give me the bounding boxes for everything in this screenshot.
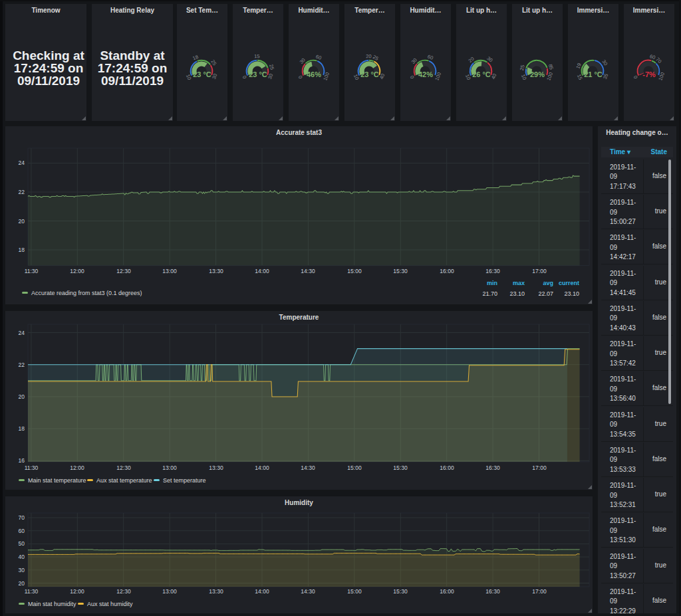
svg-text:29%: 29% bbox=[530, 70, 545, 78]
svg-text:23 °C: 23 °C bbox=[360, 70, 379, 78]
svg-text:25: 25 bbox=[519, 64, 526, 71]
svg-text:42%: 42% bbox=[418, 70, 433, 78]
svg-text:40: 40 bbox=[378, 72, 386, 80]
svg-text:35: 35 bbox=[602, 72, 609, 80]
svg-text:20: 20 bbox=[366, 53, 372, 59]
svg-text:10: 10 bbox=[464, 73, 472, 80]
svg-text:0: 0 bbox=[297, 74, 304, 80]
svg-text:23 °C: 23 °C bbox=[249, 70, 267, 78]
svg-text:10: 10 bbox=[352, 73, 360, 80]
svg-text:10: 10 bbox=[185, 73, 193, 80]
svg-text:85: 85 bbox=[547, 63, 555, 70]
svg-text:60: 60 bbox=[427, 54, 434, 61]
svg-text:46%: 46% bbox=[307, 70, 321, 78]
svg-text:30: 30 bbox=[267, 72, 274, 80]
svg-text:25: 25 bbox=[268, 64, 275, 71]
svg-text:30: 30 bbox=[299, 57, 307, 65]
svg-text:0: 0 bbox=[409, 74, 416, 80]
svg-text:30: 30 bbox=[211, 72, 218, 80]
svg-text:15: 15 bbox=[254, 53, 260, 59]
svg-text:60: 60 bbox=[315, 54, 323, 61]
svg-text:0: 0 bbox=[241, 74, 248, 80]
svg-text:40: 40 bbox=[490, 72, 497, 80]
svg-text:26 °C: 26 °C bbox=[472, 70, 491, 78]
svg-text:-7%: -7% bbox=[642, 70, 656, 78]
svg-text:30: 30 bbox=[410, 57, 418, 65]
svg-text:0: 0 bbox=[632, 74, 639, 80]
svg-text:21 °C: 21 °C bbox=[584, 70, 603, 78]
svg-text:70: 70 bbox=[654, 56, 662, 64]
svg-text:23 °C: 23 °C bbox=[193, 70, 211, 78]
svg-text:10: 10 bbox=[520, 73, 528, 80]
svg-text:15: 15 bbox=[576, 73, 584, 80]
